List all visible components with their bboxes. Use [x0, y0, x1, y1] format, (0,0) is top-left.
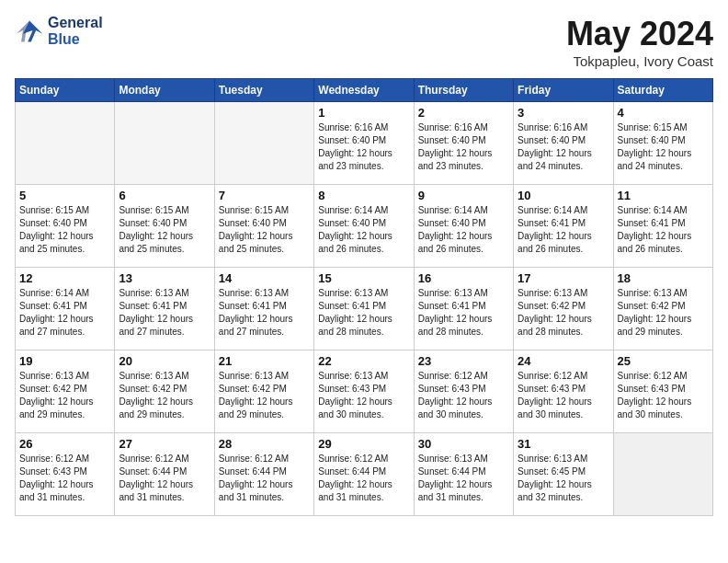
day-info: Sunrise: 6:12 AMSunset: 6:43 PMDaylight:… [518, 370, 609, 421]
day-number: 12 [19, 271, 110, 285]
calendar-day-cell: 9Sunrise: 6:14 AMSunset: 6:40 PMDaylight… [414, 185, 513, 268]
calendar-day-cell: 10Sunrise: 6:14 AMSunset: 6:41 PMDayligh… [514, 185, 613, 268]
logo-text: General Blue [48, 15, 103, 47]
day-info: Sunrise: 6:16 AMSunset: 6:40 PMDaylight:… [518, 121, 609, 173]
calendar-day-cell: 3Sunrise: 6:16 AMSunset: 6:40 PMDaylight… [514, 102, 613, 185]
calendar-day-cell [214, 102, 313, 185]
calendar-day-cell: 30Sunrise: 6:13 AMSunset: 6:44 PMDayligh… [414, 433, 513, 516]
calendar-week-row: 1Sunrise: 6:16 AMSunset: 6:40 PMDaylight… [16, 102, 713, 185]
calendar-day-cell: 22Sunrise: 6:13 AMSunset: 6:43 PMDayligh… [314, 350, 414, 433]
day-number: 24 [518, 354, 609, 368]
day-number: 28 [219, 437, 310, 451]
calendar-table: SundayMondayTuesdayWednesdayThursdayFrid… [15, 78, 713, 516]
day-info: Sunrise: 6:14 AMSunset: 6:41 PMDaylight:… [518, 204, 609, 256]
calendar-day-cell: 17Sunrise: 6:13 AMSunset: 6:42 PMDayligh… [514, 268, 613, 350]
calendar-day-cell [16, 102, 115, 185]
day-number: 25 [618, 354, 709, 368]
day-info: Sunrise: 6:15 AMSunset: 6:40 PMDaylight:… [119, 204, 210, 256]
day-info: Sunrise: 6:13 AMSunset: 6:42 PMDaylight:… [219, 370, 310, 421]
day-number: 6 [119, 189, 210, 202]
day-number: 22 [318, 354, 409, 368]
day-info: Sunrise: 6:15 AMSunset: 6:40 PMDaylight:… [219, 204, 310, 256]
calendar-day-cell: 1Sunrise: 6:16 AMSunset: 6:40 PMDaylight… [314, 102, 414, 185]
weekday-header: Wednesday [314, 79, 414, 102]
day-number: 9 [418, 189, 509, 202]
weekday-header: Sunday [16, 79, 115, 102]
day-info: Sunrise: 6:15 AMSunset: 6:40 PMDaylight:… [19, 204, 110, 256]
day-info: Sunrise: 6:13 AMSunset: 6:42 PMDaylight:… [19, 370, 110, 421]
calendar-day-cell: 25Sunrise: 6:12 AMSunset: 6:43 PMDayligh… [613, 350, 712, 433]
day-info: Sunrise: 6:13 AMSunset: 6:41 PMDaylight:… [219, 287, 310, 339]
weekday-header: Tuesday [214, 79, 313, 102]
calendar-day-cell: 23Sunrise: 6:12 AMSunset: 6:43 PMDayligh… [414, 350, 513, 433]
calendar-day-cell: 16Sunrise: 6:13 AMSunset: 6:41 PMDayligh… [414, 268, 513, 350]
weekday-header: Saturday [613, 79, 712, 102]
calendar-day-cell: 29Sunrise: 6:12 AMSunset: 6:44 PMDayligh… [314, 433, 414, 516]
day-info: Sunrise: 6:13 AMSunset: 6:43 PMDaylight:… [318, 370, 409, 421]
calendar-day-cell: 26Sunrise: 6:12 AMSunset: 6:43 PMDayligh… [16, 433, 115, 516]
day-info: Sunrise: 6:14 AMSunset: 6:41 PMDaylight:… [19, 287, 110, 339]
calendar-day-cell: 14Sunrise: 6:13 AMSunset: 6:41 PMDayligh… [214, 268, 313, 350]
calendar-day-cell: 5Sunrise: 6:15 AMSunset: 6:40 PMDaylight… [16, 185, 115, 268]
day-info: Sunrise: 6:14 AMSunset: 6:40 PMDaylight:… [418, 204, 509, 256]
day-number: 14 [219, 271, 310, 285]
day-number: 20 [119, 354, 210, 368]
page-header: General Blue May 2024 Tokpapleu, Ivory C… [15, 15, 713, 69]
calendar-day-cell: 4Sunrise: 6:15 AMSunset: 6:40 PMDaylight… [613, 102, 712, 185]
calendar-day-cell: 27Sunrise: 6:12 AMSunset: 6:44 PMDayligh… [115, 433, 214, 516]
weekday-header: Monday [115, 79, 214, 102]
day-info: Sunrise: 6:14 AMSunset: 6:41 PMDaylight:… [618, 204, 709, 256]
day-number: 1 [318, 106, 409, 120]
day-info: Sunrise: 6:12 AMSunset: 6:44 PMDaylight:… [318, 453, 409, 504]
calendar-day-cell [613, 433, 712, 516]
day-number: 19 [19, 354, 110, 368]
day-number: 26 [19, 437, 110, 451]
day-info: Sunrise: 6:12 AMSunset: 6:43 PMDaylight:… [19, 453, 110, 504]
calendar-day-cell: 8Sunrise: 6:14 AMSunset: 6:40 PMDaylight… [314, 185, 414, 268]
day-number: 13 [119, 271, 210, 285]
calendar-day-cell: 2Sunrise: 6:16 AMSunset: 6:40 PMDaylight… [414, 102, 513, 185]
day-number: 17 [518, 271, 609, 285]
calendar-day-cell: 18Sunrise: 6:13 AMSunset: 6:42 PMDayligh… [613, 268, 712, 350]
title-block: May 2024 Tokpapleu, Ivory Coast [566, 15, 713, 69]
day-number: 8 [318, 189, 409, 202]
day-info: Sunrise: 6:13 AMSunset: 6:42 PMDaylight:… [119, 370, 210, 421]
calendar-day-cell: 15Sunrise: 6:13 AMSunset: 6:41 PMDayligh… [314, 268, 414, 350]
day-number: 7 [219, 189, 310, 202]
calendar-day-cell [115, 102, 214, 185]
calendar-day-cell: 7Sunrise: 6:15 AMSunset: 6:40 PMDaylight… [214, 185, 313, 268]
day-number: 15 [318, 271, 409, 285]
day-info: Sunrise: 6:14 AMSunset: 6:40 PMDaylight:… [318, 204, 409, 256]
calendar-day-cell: 20Sunrise: 6:13 AMSunset: 6:42 PMDayligh… [115, 350, 214, 433]
calendar-day-cell: 31Sunrise: 6:13 AMSunset: 6:45 PMDayligh… [514, 433, 613, 516]
day-number: 4 [618, 106, 709, 120]
day-number: 23 [418, 354, 509, 368]
calendar-day-cell: 13Sunrise: 6:13 AMSunset: 6:41 PMDayligh… [115, 268, 214, 350]
weekday-header-row: SundayMondayTuesdayWednesdayThursdayFrid… [16, 79, 713, 102]
day-number: 21 [219, 354, 310, 368]
weekday-header: Friday [514, 79, 613, 102]
day-number: 29 [318, 437, 409, 451]
weekday-header: Thursday [414, 79, 513, 102]
calendar-week-row: 5Sunrise: 6:15 AMSunset: 6:40 PMDaylight… [16, 185, 713, 268]
day-info: Sunrise: 6:13 AMSunset: 6:41 PMDaylight:… [318, 287, 409, 339]
day-number: 31 [518, 437, 609, 451]
day-number: 16 [418, 271, 509, 285]
day-number: 30 [418, 437, 509, 451]
calendar-day-cell: 28Sunrise: 6:12 AMSunset: 6:44 PMDayligh… [214, 433, 313, 516]
day-info: Sunrise: 6:16 AMSunset: 6:40 PMDaylight:… [318, 121, 409, 173]
location-subtitle: Tokpapleu, Ivory Coast [566, 53, 713, 69]
day-info: Sunrise: 6:13 AMSunset: 6:44 PMDaylight:… [418, 453, 509, 504]
day-info: Sunrise: 6:13 AMSunset: 6:45 PMDaylight:… [518, 453, 609, 504]
logo-icon [15, 18, 44, 44]
day-info: Sunrise: 6:12 AMSunset: 6:44 PMDaylight:… [119, 453, 210, 504]
calendar-day-cell: 11Sunrise: 6:14 AMSunset: 6:41 PMDayligh… [613, 185, 712, 268]
logo-general: General [48, 15, 103, 31]
calendar-week-row: 12Sunrise: 6:14 AMSunset: 6:41 PMDayligh… [16, 268, 713, 350]
month-year-title: May 2024 [566, 15, 713, 53]
day-number: 3 [518, 106, 609, 120]
logo: General Blue [15, 15, 103, 47]
day-info: Sunrise: 6:13 AMSunset: 6:41 PMDaylight:… [119, 287, 210, 339]
calendar-day-cell: 21Sunrise: 6:13 AMSunset: 6:42 PMDayligh… [214, 350, 313, 433]
day-number: 18 [618, 271, 709, 285]
